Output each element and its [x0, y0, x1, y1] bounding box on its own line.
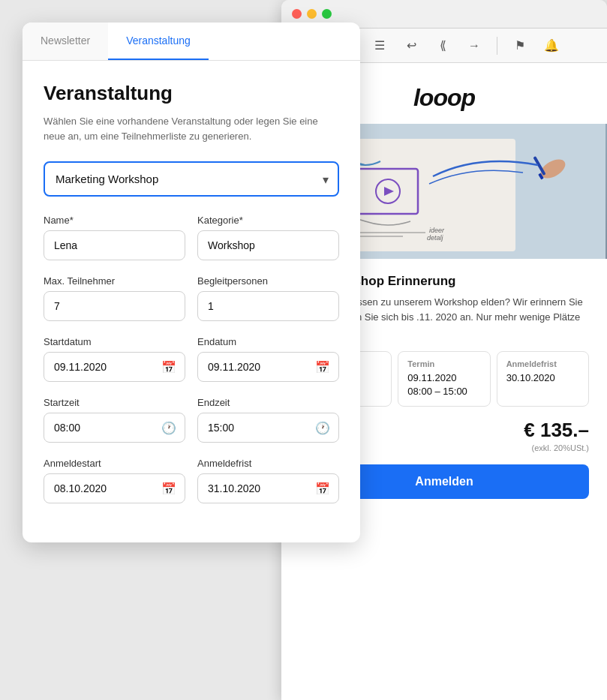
price-amount: € 135.–: [524, 419, 589, 442]
notification-icon[interactable]: 🔔: [539, 34, 563, 58]
startdatum-enddatum-row: Startdatum 📅 Endatum 📅: [44, 336, 339, 382]
anmeldefrist-label: Anmeldefrist: [506, 359, 579, 368]
event-select-wrapper: Marketing Workshop Design Sprint Strateg…: [44, 161, 339, 197]
startdatum-label: Startdatum: [44, 336, 185, 347]
endzeit-input-wrapper: 🕐: [197, 413, 339, 443]
anmeldefrist-input[interactable]: [197, 473, 339, 503]
event-select[interactable]: Marketing Workshop Design Sprint Strateg…: [44, 161, 339, 197]
reply-all-icon[interactable]: ⟪: [431, 34, 455, 58]
enddatum-label: Endatum: [197, 336, 339, 347]
name-input[interactable]: [44, 230, 185, 260]
enddatum-input-wrapper: 📅: [197, 352, 339, 382]
flag-icon[interactable]: ⚑: [508, 34, 532, 58]
name-label: Name*: [44, 215, 185, 226]
form-title: Veranstaltung: [44, 82, 339, 105]
anmeldestart-input-wrapper: 📅: [44, 473, 185, 503]
minimize-button[interactable]: [307, 9, 317, 19]
traffic-lights: [292, 9, 332, 19]
begleitpersonen-input[interactable]: [197, 291, 339, 321]
form-desc: Wählen Sie eine vorhandene Veranstaltung…: [44, 114, 339, 143]
email-panel: Newsletter Veranstaltung Veranstaltung W…: [23, 23, 360, 542]
endzeit-group: Endzeit 🕐: [197, 397, 339, 443]
startzeit-input-wrapper: 🕐: [44, 413, 185, 443]
startzeit-group: Startzeit 🕐: [44, 397, 185, 443]
startzeit-input[interactable]: [44, 413, 185, 443]
tabs-bar: Newsletter Veranstaltung: [23, 23, 360, 61]
endzeit-input[interactable]: [197, 413, 339, 443]
event-detail-termin: Termin 09.11.202008:00 – 15:00: [398, 351, 490, 407]
forward-icon[interactable]: →: [462, 34, 486, 58]
max-teilnehmer-label: Max. Teilnehmer: [44, 275, 185, 287]
max-teilnehmer-group: Max. Teilnehmer: [44, 275, 185, 321]
anmeldestart-label: Anmeldestart: [44, 458, 185, 469]
kategorie-input[interactable]: [197, 230, 339, 260]
toolbar-separator-2: [497, 37, 497, 55]
teilnehmer-begleit-row: Max. Teilnehmer Begleitpersonen: [44, 275, 339, 321]
menu-icon[interactable]: ☰: [368, 34, 392, 58]
maximize-button[interactable]: [322, 9, 332, 19]
begleitpersonen-group: Begleitpersonen: [197, 275, 339, 321]
tab-veranstaltung[interactable]: Veranstaltung: [108, 23, 209, 60]
anmeldestart-group: Anmeldestart 📅: [44, 458, 185, 503]
anmeldefrist-form-label: Anmeldefrist: [197, 458, 339, 469]
close-button[interactable]: [292, 9, 302, 19]
tab-newsletter[interactable]: Newsletter: [23, 23, 108, 60]
anmeldefrist-group: Anmeldefrist 📅: [197, 458, 339, 503]
name-kategorie-row: Name* Kategorie*: [44, 215, 339, 260]
anmeldefrist-value: 30.10.2020: [506, 371, 579, 385]
reply-icon[interactable]: ↩: [399, 34, 423, 58]
event-detail-anmeldefrist: Anmeldefrist 30.10.2020: [497, 351, 589, 407]
startdatum-group: Startdatum 📅: [44, 336, 185, 382]
begleitpersonen-label: Begleitpersonen: [197, 275, 339, 287]
form-body: Veranstaltung Wählen Sie eine vorhandene…: [23, 61, 360, 542]
startdatum-input-wrapper: 📅: [44, 352, 185, 382]
endzeit-label: Endzeit: [197, 397, 339, 408]
kategorie-label: Kategorie*: [197, 215, 339, 226]
enddatum-input[interactable]: [197, 352, 339, 382]
name-group: Name*: [44, 215, 185, 260]
enddatum-group: Endatum 📅: [197, 336, 339, 382]
svg-text:detalj: detalj: [427, 234, 444, 242]
max-teilnehmer-input[interactable]: [44, 291, 185, 321]
anmeldestart-input[interactable]: [44, 473, 185, 503]
price-note: (exkl. 20%USt.): [524, 443, 589, 452]
startdatum-input[interactable]: [44, 352, 185, 382]
kategorie-group: Kategorie*: [197, 215, 339, 260]
startzeit-endzeit-row: Startzeit 🕐 Endzeit 🕐: [44, 397, 339, 443]
termin-value: 09.11.202008:00 – 15:00: [407, 371, 480, 398]
startzeit-label: Startzeit: [44, 397, 185, 408]
termin-label: Termin: [407, 359, 480, 368]
svg-text:ideer: ideer: [429, 227, 445, 234]
anmeldestart-anmeldefrist-row: Anmeldestart 📅 Anmeldefrist 📅: [44, 458, 339, 503]
anmeldefrist-input-wrapper: 📅: [197, 473, 339, 503]
